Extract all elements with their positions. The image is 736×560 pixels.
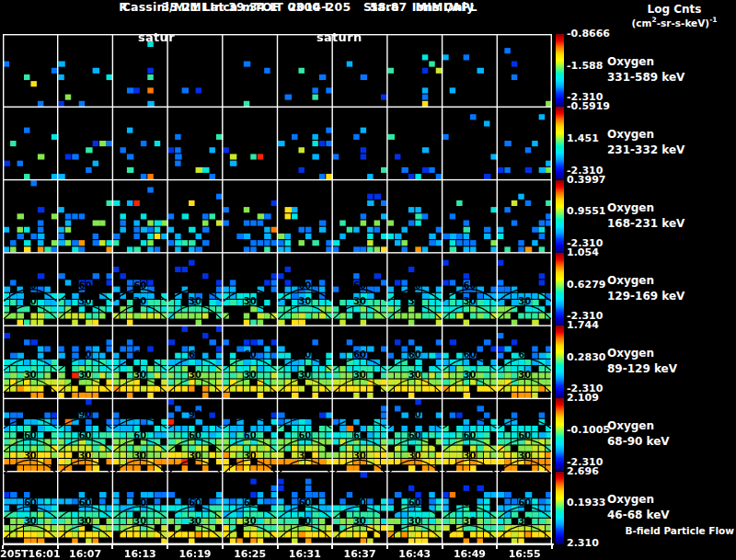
units-exponent-2: -1 xyxy=(709,16,717,24)
species-label: Oxygen xyxy=(607,494,654,506)
colorbar-min-label: 2.310 xyxy=(567,538,599,549)
colorbar xyxy=(556,472,564,544)
colorbar-mid-label: 1.451 xyxy=(567,133,599,144)
energy-range-label: 168-231 keV xyxy=(607,218,684,230)
colorbar-max-label: -0.5919 xyxy=(567,101,610,112)
energy-range-label: 68-90 keV xyxy=(607,436,670,448)
colorbar-mid-label: 0.1933 xyxy=(567,497,605,509)
energy-range-label: 89-129 keV xyxy=(607,363,677,375)
colorbar-mid-label: 0.2830 xyxy=(567,352,605,363)
units-text-2: -sr-s-keV) xyxy=(657,17,710,29)
energy-range-label: 231-332 keV xyxy=(607,144,684,156)
energy-range-label: 129-169 keV xyxy=(607,291,684,303)
colorbar-mid-label: 0.6279 xyxy=(567,280,605,291)
ephemeris-line: R 35.21 Lat 39.34 LT 0300 L 58.87 MIMI/A… xyxy=(0,0,596,14)
colorbar-mid-label: -1.588 xyxy=(567,61,603,72)
colorbar-max-label: -0.8666 xyxy=(567,29,610,40)
spectrogram-canvas xyxy=(3,34,552,544)
colorbar xyxy=(556,34,564,107)
colorbar-mid-label: 0.9551 xyxy=(567,206,605,217)
colorbar xyxy=(556,326,564,398)
species-label: Oxygen xyxy=(607,420,654,432)
cassini-mimi-spectrogram-screen: Cassini/MIMI Inca mTOF 2014-205 Stare Io… xyxy=(0,0,736,560)
colorbar-max-label: 2.696 xyxy=(567,466,599,477)
colorbar xyxy=(556,180,564,253)
colorbar xyxy=(556,107,564,179)
species-label: Oxygen xyxy=(607,348,654,360)
colorbar-max-label: 1.054 xyxy=(567,247,599,258)
energy-range-label: 331-589 keV xyxy=(607,72,684,84)
species-label: Oxygen xyxy=(607,202,654,214)
time-axis-line xyxy=(3,543,554,545)
colorbar-mid-label: -0.1005 xyxy=(567,425,610,436)
species-label: Oxygen xyxy=(607,56,654,68)
saturn-direction-label: satur xyxy=(138,30,175,44)
species-label: Oxygen xyxy=(607,275,654,287)
bfield-flow-label: B-field Particle Flow xyxy=(625,525,734,536)
colorbar-max-label: 2.109 xyxy=(567,393,599,404)
colorbar-max-label: 0.3997 xyxy=(567,175,605,186)
species-label: Oxygen xyxy=(607,129,654,141)
units-text: (cm xyxy=(631,17,651,29)
colorbar-units: (cm2-sr-s-keV)-1 xyxy=(611,16,736,29)
time-tick-label: 16:55 xyxy=(483,548,566,560)
colorbar xyxy=(556,398,564,471)
colorbar-title: Log Cnts xyxy=(615,3,734,16)
colorbar xyxy=(556,253,564,326)
saturn-direction-label-2: saturn xyxy=(316,30,362,44)
energy-range-label: 46-68 keV xyxy=(607,509,670,521)
colorbar-max-label: 1.744 xyxy=(567,320,599,331)
